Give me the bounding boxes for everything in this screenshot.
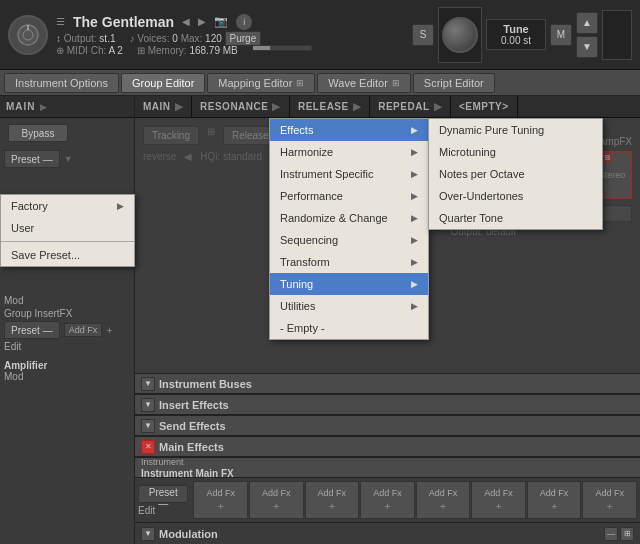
section-repedal-label: REPEDAL (378, 101, 429, 112)
fx-slot-8[interactable]: Add Fx + (582, 481, 637, 519)
tab-mapping-editor[interactable]: Mapping Editor ⊞ (207, 73, 315, 93)
mod-minus-btn[interactable]: — (604, 527, 618, 541)
microtuning-item[interactable]: Microtuning (429, 141, 602, 163)
harmonize-item[interactable]: Harmonize ▶ (270, 141, 428, 163)
fx-slot-4[interactable]: Add Fx + (360, 481, 415, 519)
send-effects-toggle[interactable]: ▼ (141, 419, 155, 433)
performance-item[interactable]: Performance ▶ (270, 185, 428, 207)
harmonize-label: Harmonize (280, 146, 333, 158)
bypass-button[interactable]: Bypass (8, 124, 68, 142)
voices-icon: ♪ (129, 33, 134, 44)
insert-effects-toggle[interactable]: ▼ (141, 398, 155, 412)
dynamic-pure-tuning-label: Dynamic Pure Tuning (439, 124, 544, 136)
bypass-container: Bypass (0, 118, 134, 148)
empty-item[interactable]: - Empty - (270, 317, 428, 339)
section-resonance-label: RESONANCE (200, 101, 268, 112)
ctrl-dn[interactable]: ▼ (576, 36, 598, 58)
notes-per-octave-item[interactable]: Notes per Octave (429, 163, 602, 185)
fx-slot-7[interactable]: Add Fx + (527, 481, 582, 519)
user-label: User (11, 222, 34, 234)
utilities-arrow: ▶ (411, 301, 418, 311)
mapping-icon: ⊞ (296, 78, 304, 88)
sequencing-label: Sequencing (280, 234, 338, 246)
preset-button[interactable]: Preset — (4, 150, 60, 168)
send-effects-panel: ▼ Send Effects (135, 415, 640, 436)
purge-btn[interactable]: Purge (225, 31, 262, 46)
inst-preset-btn[interactable]: Preset — (138, 485, 188, 503)
group-insert-fx-label: Group InsertFX (4, 308, 130, 319)
modulation-toggle[interactable]: ▼ (141, 527, 155, 541)
reverse-arrow: ◀ (184, 151, 192, 162)
transform-item[interactable]: Transform ▶ (270, 251, 428, 273)
preset-button-2[interactable]: Preset — (4, 321, 60, 339)
effects-menu: Effects ▶ Harmonize ▶ Instrument Specifi… (269, 118, 429, 340)
add-fx-left[interactable]: Add Fx (64, 323, 103, 337)
add-fx-plus-left[interactable]: + (106, 324, 112, 336)
tab-script-editor[interactable]: Script Editor (413, 73, 495, 93)
quarter-tone-item[interactable]: Quarter Tone (429, 207, 602, 229)
prev-arrow[interactable]: ◀ (182, 16, 190, 27)
tuning-item[interactable]: Tuning ▶ (270, 273, 428, 295)
preset-row: Preset — ▼ (0, 148, 134, 170)
mod-resize-btn[interactable]: ⊞ (620, 527, 634, 541)
quarter-tone-label: Quarter Tone (439, 212, 503, 224)
effects-item[interactable]: Effects ▶ (270, 119, 428, 141)
info-icon[interactable]: i (236, 14, 252, 30)
instrument-buses-toggle[interactable]: ▼ (141, 377, 155, 391)
wave-icon: ⊞ (392, 78, 400, 88)
fx-slot-1[interactable]: Add Fx + (193, 481, 248, 519)
instrument-specific-item[interactable]: Instrument Specific ▶ (270, 163, 428, 185)
send-effects-label: Send Effects (159, 420, 226, 432)
fx-slot-6[interactable]: Add Fx + (471, 481, 526, 519)
section-arrow: ▶ (40, 102, 47, 112)
over-undertones-item[interactable]: Over-Undertones (429, 185, 602, 207)
fx-slot-3[interactable]: Add Fx + (305, 481, 360, 519)
tab-group-editor[interactable]: Group Editor (121, 73, 205, 93)
randomize-item[interactable]: Randomize & Change ▶ (270, 207, 428, 229)
output-val: st.1 (99, 33, 115, 44)
output-icon: ↕ (56, 33, 61, 44)
fx-slot-5[interactable]: Add Fx + (416, 481, 471, 519)
voices-val: 0 (172, 33, 178, 44)
tracking-btn: Tracking (143, 126, 199, 145)
section-resonance-arrow: ▶ (272, 101, 281, 112)
section-resonance[interactable]: RESONANCE ▶ (192, 96, 290, 117)
section-repedal[interactable]: REPEDAL ▶ (370, 96, 451, 117)
tab-wave-editor[interactable]: Wave Editor ⊞ (317, 73, 411, 93)
s-button[interactable]: S (412, 24, 434, 46)
factory-menu-item[interactable]: Factory ▶ (1, 195, 134, 217)
fx-slot-2[interactable]: Add Fx + (249, 481, 304, 519)
camera-icon[interactable]: 📷 (214, 15, 228, 28)
menu-icon[interactable]: ☰ (56, 16, 65, 27)
inst-header-controls: Instrument Instrument Main FX (141, 457, 234, 479)
memory-bar (252, 45, 312, 51)
ctrl-up[interactable]: ▲ (576, 12, 598, 34)
sequencing-arrow: ▶ (411, 235, 418, 245)
main-effects-toggle[interactable]: ✕ (141, 440, 155, 454)
section-main[interactable]: MAIN ▶ (135, 96, 192, 117)
harmonize-arrow: ▶ (411, 147, 418, 157)
tune-knob[interactable] (442, 17, 478, 53)
utilities-item[interactable]: Utilities ▶ (270, 295, 428, 317)
amplifier-section: Amplifier Mod (0, 357, 134, 385)
m-button[interactable]: M (550, 24, 572, 46)
insert-effects-panel: ▼ Insert Effects (135, 394, 640, 415)
left-sections-bar: MAIN ▶ (0, 96, 134, 118)
dynamic-pure-tuning-item[interactable]: Dynamic Pure Tuning (429, 119, 602, 141)
save-preset-item[interactable]: Save Preset... (1, 244, 134, 266)
section-release[interactable]: RELEASE ▶ (290, 96, 370, 117)
voices-label: Voices: (137, 33, 169, 44)
inst-main-fx-label: Instrument Main FX (141, 468, 234, 479)
next-arrow[interactable]: ▶ (198, 16, 206, 27)
empty-label: - Empty - (280, 322, 325, 334)
instrument-buses-panel: ▼ Instrument Buses (135, 373, 640, 394)
inst-preset-col: Preset — Edit (138, 485, 188, 516)
insert-effects-label: Insert Effects (159, 399, 229, 411)
user-menu-item[interactable]: User (1, 217, 134, 239)
tab-instrument-options[interactable]: Instrument Options (4, 73, 119, 93)
section-release-arrow: ▶ (353, 101, 362, 112)
section-empty[interactable]: <empty> (451, 96, 518, 117)
left-panel: MAIN ▶ Bypass Preset — ▼ Factory ▶ User (0, 96, 135, 544)
sequencing-item[interactable]: Sequencing ▶ (270, 229, 428, 251)
modulation-label: Modulation (159, 528, 218, 540)
